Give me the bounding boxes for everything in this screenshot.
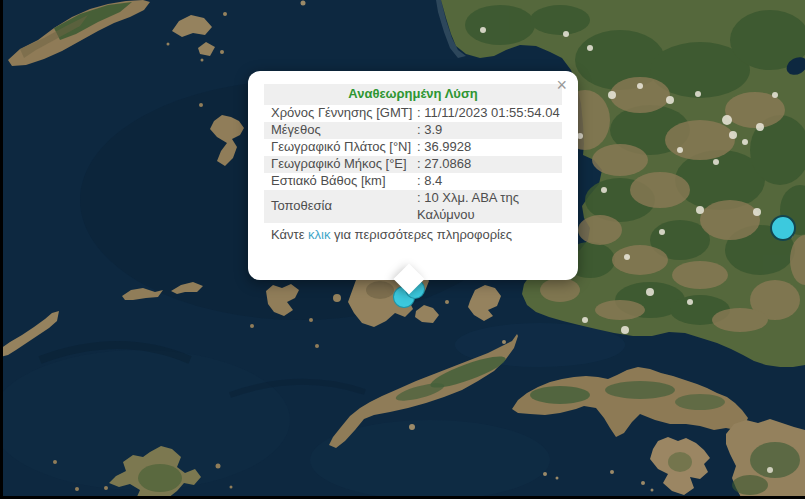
popup-content: Αναθεωρημένη Λύση Χρόνος Γέννησης [GMT] … (264, 84, 562, 244)
longitude-label: Γεωγραφικό Μήκος [°E] (271, 156, 417, 173)
origin-time-label: Χρόνος Γέννησης [GMT] (271, 105, 417, 122)
location-label: Τοποθεσία (271, 198, 417, 215)
popup-title: Αναθεωρημένη Λύση (264, 84, 562, 105)
footer-text-post: για περισσότερες πληροφορίες (330, 227, 512, 242)
row-location: Τοποθεσία : 10 Χλμ. ΑΒΑ της Καλύμνου (264, 190, 562, 223)
latitude-value: : 36.9928 (417, 139, 562, 156)
close-icon[interactable]: × (556, 76, 567, 94)
location-value: : 10 Χλμ. ΑΒΑ της Καλύμνου (417, 190, 562, 223)
magnitude-value: : 3.9 (417, 122, 562, 139)
row-latitude: Γεωγραφικό Πλάτος [°N] : 36.9928 (264, 139, 562, 156)
longitude-value: : 27.0868 (417, 156, 562, 173)
earthquake-popup: × Αναθεωρημένη Λύση Χρόνος Γέννησης [GMT… (248, 71, 578, 280)
row-magnitude: Μέγεθος : 3.9 (264, 122, 562, 139)
popup-footer: Κάντε κλικ για περισσότερες πληροφορίες (264, 227, 562, 244)
more-info-link[interactable]: κλικ (308, 227, 330, 242)
row-longitude: Γεωγραφικό Μήκος [°E] : 27.0868 (264, 156, 562, 173)
magnitude-label: Μέγεθος (271, 122, 417, 139)
origin-time-value: : 11/11/2023 01:55:54.04 (417, 105, 562, 122)
footer-text-pre: Κάντε (271, 227, 308, 242)
depth-value: : 8.4 (417, 173, 562, 190)
map-edge-left (0, 0, 3, 499)
epicenter-marker-east[interactable] (770, 215, 796, 241)
row-depth: Εστιακό Βάθος [km] : 8.4 (264, 173, 562, 190)
map-stage: × Αναθεωρημένη Λύση Χρόνος Γέννησης [GMT… (0, 0, 805, 499)
depth-label: Εστιακό Βάθος [km] (271, 173, 417, 190)
row-origin-time: Χρόνος Γέννησης [GMT] : 11/11/2023 01:55… (264, 105, 562, 122)
latitude-label: Γεωγραφικό Πλάτος [°N] (271, 139, 417, 156)
